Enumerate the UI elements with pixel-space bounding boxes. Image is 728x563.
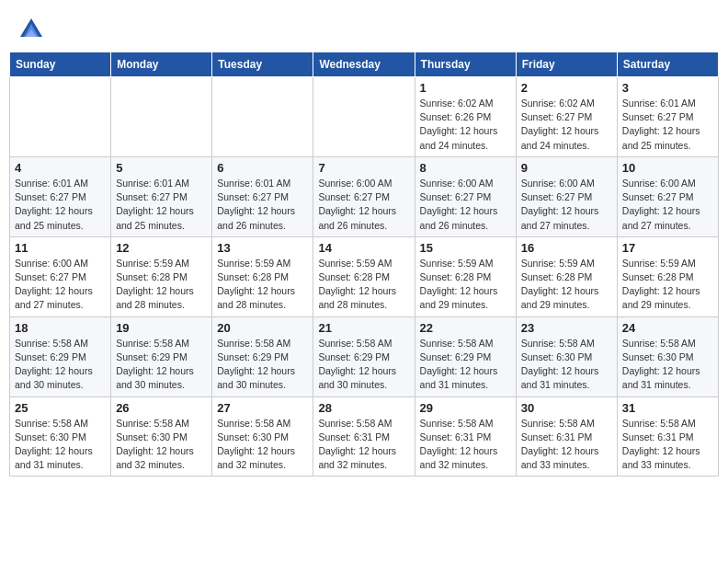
day-number: 7 xyxy=(318,161,409,175)
day-header-thursday: Thursday xyxy=(415,52,516,77)
day-number: 27 xyxy=(217,401,308,415)
day-info: Sunrise: 5:58 AMSunset: 6:29 PMDaylight:… xyxy=(15,337,106,393)
calendar-day-16: 16Sunrise: 5:59 AMSunset: 6:28 PMDayligh… xyxy=(516,236,617,316)
day-number: 22 xyxy=(420,321,511,335)
day-info: Sunrise: 5:59 AMSunset: 6:28 PMDaylight:… xyxy=(217,257,308,313)
day-number: 8 xyxy=(420,161,511,175)
calendar-day-30: 30Sunrise: 5:58 AMSunset: 6:31 PMDayligh… xyxy=(516,396,617,477)
day-number: 26 xyxy=(116,401,207,415)
calendar-day-6: 6Sunrise: 6:01 AMSunset: 6:27 PMDaylight… xyxy=(212,156,313,236)
calendar-day-17: 17Sunrise: 5:59 AMSunset: 6:28 PMDayligh… xyxy=(617,236,718,316)
day-info: Sunrise: 5:58 AMSunset: 6:30 PMDaylight:… xyxy=(521,337,612,393)
empty-cell xyxy=(10,77,111,157)
day-number: 24 xyxy=(622,321,713,335)
day-number: 2 xyxy=(521,81,612,95)
calendar-header-row: SundayMondayTuesdayWednesdayThursdayFrid… xyxy=(10,52,719,77)
day-info: Sunrise: 6:00 AMSunset: 6:27 PMDaylight:… xyxy=(420,177,511,233)
day-number: 12 xyxy=(116,241,207,255)
day-number: 15 xyxy=(420,241,511,255)
day-info: Sunrise: 5:58 AMSunset: 6:31 PMDaylight:… xyxy=(521,417,612,473)
day-info: Sunrise: 5:58 AMSunset: 6:31 PMDaylight:… xyxy=(420,417,511,473)
calendar-week-5: 25Sunrise: 5:58 AMSunset: 6:30 PMDayligh… xyxy=(10,396,719,477)
calendar-day-24: 24Sunrise: 5:58 AMSunset: 6:30 PMDayligh… xyxy=(617,316,718,396)
calendar-day-21: 21Sunrise: 5:58 AMSunset: 6:29 PMDayligh… xyxy=(313,316,415,396)
calendar-day-26: 26Sunrise: 5:58 AMSunset: 6:30 PMDayligh… xyxy=(111,396,212,477)
day-info: Sunrise: 6:00 AMSunset: 6:27 PMDaylight:… xyxy=(521,177,612,233)
calendar-day-28: 28Sunrise: 5:58 AMSunset: 6:31 PMDayligh… xyxy=(313,396,415,477)
day-info: Sunrise: 6:00 AMSunset: 6:27 PMDaylight:… xyxy=(622,177,713,233)
day-header-wednesday: Wednesday xyxy=(313,52,415,77)
day-info: Sunrise: 5:58 AMSunset: 6:29 PMDaylight:… xyxy=(116,337,207,393)
logo-icon xyxy=(18,17,44,42)
calendar-day-10: 10Sunrise: 6:00 AMSunset: 6:27 PMDayligh… xyxy=(617,156,718,236)
page-header xyxy=(9,9,719,46)
calendar-day-9: 9Sunrise: 6:00 AMSunset: 6:27 PMDaylight… xyxy=(516,156,617,236)
day-number: 20 xyxy=(217,321,308,335)
day-number: 19 xyxy=(116,321,207,335)
day-info: Sunrise: 6:01 AMSunset: 6:27 PMDaylight:… xyxy=(15,177,106,233)
day-number: 31 xyxy=(622,401,713,415)
day-header-tuesday: Tuesday xyxy=(212,52,313,77)
calendar-day-14: 14Sunrise: 5:59 AMSunset: 6:28 PMDayligh… xyxy=(313,236,415,316)
calendar-day-27: 27Sunrise: 5:58 AMSunset: 6:30 PMDayligh… xyxy=(212,396,313,477)
empty-cell xyxy=(212,77,313,157)
day-info: Sunrise: 5:58 AMSunset: 6:31 PMDaylight:… xyxy=(622,417,713,473)
day-number: 29 xyxy=(420,401,511,415)
calendar-day-7: 7Sunrise: 6:00 AMSunset: 6:27 PMDaylight… xyxy=(313,156,415,236)
day-number: 9 xyxy=(521,161,612,175)
logo xyxy=(18,17,46,42)
day-info: Sunrise: 6:01 AMSunset: 6:27 PMDaylight:… xyxy=(217,177,308,233)
day-info: Sunrise: 5:58 AMSunset: 6:31 PMDaylight:… xyxy=(318,417,409,473)
calendar-day-3: 3Sunrise: 6:01 AMSunset: 6:27 PMDaylight… xyxy=(617,77,718,157)
calendar-day-12: 12Sunrise: 5:59 AMSunset: 6:28 PMDayligh… xyxy=(111,236,212,316)
day-info: Sunrise: 5:59 AMSunset: 6:28 PMDaylight:… xyxy=(420,257,511,313)
calendar-day-31: 31Sunrise: 5:58 AMSunset: 6:31 PMDayligh… xyxy=(617,396,718,477)
calendar-day-8: 8Sunrise: 6:00 AMSunset: 6:27 PMDaylight… xyxy=(415,156,516,236)
day-info: Sunrise: 5:58 AMSunset: 6:30 PMDaylight:… xyxy=(116,417,207,473)
calendar-day-23: 23Sunrise: 5:58 AMSunset: 6:30 PMDayligh… xyxy=(516,316,617,396)
calendar-day-2: 2Sunrise: 6:02 AMSunset: 6:27 PMDaylight… xyxy=(516,77,617,157)
day-number: 30 xyxy=(521,401,612,415)
day-info: Sunrise: 5:58 AMSunset: 6:29 PMDaylight:… xyxy=(420,337,511,393)
day-info: Sunrise: 6:01 AMSunset: 6:27 PMDaylight:… xyxy=(622,97,713,153)
calendar-day-19: 19Sunrise: 5:58 AMSunset: 6:29 PMDayligh… xyxy=(111,316,212,396)
day-header-sunday: Sunday xyxy=(10,52,111,77)
calendar-day-4: 4Sunrise: 6:01 AMSunset: 6:27 PMDaylight… xyxy=(10,156,111,236)
calendar-day-13: 13Sunrise: 5:59 AMSunset: 6:28 PMDayligh… xyxy=(212,236,313,316)
day-number: 16 xyxy=(521,241,612,255)
calendar-week-2: 4Sunrise: 6:01 AMSunset: 6:27 PMDaylight… xyxy=(10,156,719,236)
day-number: 3 xyxy=(622,81,713,95)
calendar-day-22: 22Sunrise: 5:58 AMSunset: 6:29 PMDayligh… xyxy=(415,316,516,396)
calendar-day-20: 20Sunrise: 5:58 AMSunset: 6:29 PMDayligh… xyxy=(212,316,313,396)
day-info: Sunrise: 6:01 AMSunset: 6:27 PMDaylight:… xyxy=(116,177,207,233)
day-info: Sunrise: 5:59 AMSunset: 6:28 PMDaylight:… xyxy=(521,257,612,313)
day-info: Sunrise: 6:02 AMSunset: 6:26 PMDaylight:… xyxy=(420,97,511,153)
day-info: Sunrise: 5:59 AMSunset: 6:28 PMDaylight:… xyxy=(622,257,713,313)
empty-cell xyxy=(313,77,415,157)
calendar-table: SundayMondayTuesdayWednesdayThursdayFrid… xyxy=(9,52,719,477)
calendar-week-1: 1Sunrise: 6:02 AMSunset: 6:26 PMDaylight… xyxy=(10,77,719,157)
day-number: 11 xyxy=(15,241,106,255)
calendar-body: 1Sunrise: 6:02 AMSunset: 6:26 PMDaylight… xyxy=(10,77,719,477)
day-number: 13 xyxy=(217,241,308,255)
day-number: 10 xyxy=(622,161,713,175)
day-number: 5 xyxy=(116,161,207,175)
day-info: Sunrise: 5:58 AMSunset: 6:30 PMDaylight:… xyxy=(622,337,713,393)
day-number: 17 xyxy=(622,241,713,255)
day-info: Sunrise: 5:59 AMSunset: 6:28 PMDaylight:… xyxy=(318,257,409,313)
day-number: 25 xyxy=(15,401,106,415)
calendar-day-29: 29Sunrise: 5:58 AMSunset: 6:31 PMDayligh… xyxy=(415,396,516,477)
calendar-day-18: 18Sunrise: 5:58 AMSunset: 6:29 PMDayligh… xyxy=(10,316,111,396)
calendar-day-15: 15Sunrise: 5:59 AMSunset: 6:28 PMDayligh… xyxy=(415,236,516,316)
day-number: 1 xyxy=(420,81,511,95)
day-number: 28 xyxy=(318,401,409,415)
calendar-day-11: 11Sunrise: 6:00 AMSunset: 6:27 PMDayligh… xyxy=(10,236,111,316)
day-info: Sunrise: 5:59 AMSunset: 6:28 PMDaylight:… xyxy=(116,257,207,313)
calendar-week-3: 11Sunrise: 6:00 AMSunset: 6:27 PMDayligh… xyxy=(10,236,719,316)
day-info: Sunrise: 6:00 AMSunset: 6:27 PMDaylight:… xyxy=(15,257,106,313)
calendar-day-1: 1Sunrise: 6:02 AMSunset: 6:26 PMDaylight… xyxy=(415,77,516,157)
day-info: Sunrise: 5:58 AMSunset: 6:29 PMDaylight:… xyxy=(217,337,308,393)
day-number: 23 xyxy=(521,321,612,335)
day-number: 18 xyxy=(15,321,106,335)
day-number: 4 xyxy=(15,161,106,175)
